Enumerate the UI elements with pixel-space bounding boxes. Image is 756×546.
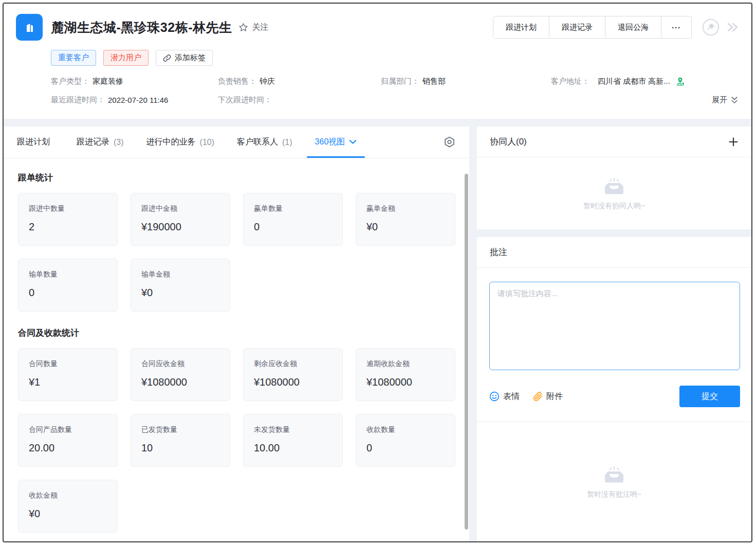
chevron-down-icon [349,139,357,145]
stat-value: 0 [254,221,332,233]
tab-label: 进行中的业务 [146,137,196,148]
tab-customer-contacts[interactable]: 客户联系人(1) [237,137,292,148]
stat-label: 输单数量 [29,270,107,279]
stat-value: 10 [141,442,219,454]
follow-plan-button[interactable]: 跟进计划 [493,16,549,38]
comment-toolbar: 表情 附件 提交 [489,386,740,407]
stat-value: ¥0 [29,508,107,520]
stat-label: 剩余应收金额 [254,359,332,369]
plus-icon [728,137,739,147]
stat-card: 赢单金额 ¥0 [356,193,455,246]
add-collaborator-button[interactable] [728,137,739,147]
stat-value: ¥0 [366,221,445,233]
field-label: 最近跟进时间： [51,95,105,105]
tab-ongoing-business[interactable]: 进行中的业务(10) [146,137,214,148]
stat-card: 合同应收金额 ¥1080000 [131,348,230,401]
stat-value: 0 [366,442,445,454]
tab-settings-button[interactable] [443,136,456,149]
stat-card: 赢单数量 0 [243,193,343,246]
stat-card: 跟进中数量 2 [18,193,118,246]
stat-label: 合同产品数量 [29,425,107,434]
stat-value: ¥0 [141,287,219,299]
building-icon [22,20,36,34]
pin-icon[interactable] [702,19,720,36]
stat-card: 输单数量 0 [18,259,118,312]
stat-label: 逾期收款金额 [366,359,445,369]
tab-label: 跟进记录 [77,137,109,148]
tag-potential-user[interactable]: 潜力用户 [103,50,149,66]
follow-label: 关注 [252,22,268,33]
stat-card: 逾期收款金额 ¥1080000 [356,348,455,401]
comments-card: 批注 表情 [477,237,751,541]
stat-card: 未发货数量 10.00 [243,414,343,467]
tab-count: (1) [282,138,292,147]
more-actions-button[interactable]: ··· [661,16,691,38]
paperclip-icon [533,392,543,402]
comments-empty-text: 暂时没有批注哟~ [587,490,641,499]
stat-label: 已发货数量 [141,425,219,434]
stat-value: 0 [29,287,107,299]
stat-card: 合同数量 ¥1 [18,348,118,401]
tag-important-customer[interactable]: 重要客户 [51,50,96,66]
field-value: 钟庆 [260,77,275,86]
collaborators-empty-state: 暂时没有协同人哟~ [477,157,751,229]
tab-count: (10) [200,138,214,147]
attachment-label: 附件 [546,391,563,402]
field-label: 归属部门： [381,77,419,86]
stat-value: ¥1 [29,376,107,388]
scrollbar[interactable] [465,174,468,530]
empty-inbox-icon [602,465,626,484]
stat-value: 10.00 [254,442,332,454]
contract-stats-grid: 合同数量 ¥1 合同应收金额 ¥1080000 剩余应收金额 ¥1080000 … [18,348,456,533]
field-value: 销售部 [422,77,446,86]
emoji-label: 表情 [503,391,520,402]
stat-label: 合同应收金额 [141,359,219,369]
stat-card: 合同产品数量 20.00 [18,414,118,467]
stat-label: 输单金额 [141,270,219,279]
tab-label: 客户联系人 [237,137,278,148]
customer-header: 麓湖生态城-黑珍珠32栋-林先生 关注 跟进计划 跟进记录 退回公海 ··· [4,4,751,119]
header-action-group: 跟进计划 跟进记录 退回公海 ··· [493,16,692,39]
main-panel: 跟进计划 跟进记录(3) 进行中的业务(10) 客户联系人(1) 360视图 [4,126,469,541]
section-title-follow-stats: 跟单统计 [18,172,456,184]
follow-stats-grid: 跟进中数量 2 跟进中金额 ¥190000 赢单数量 0 赢单金额 ¥0 [18,193,456,312]
collaborators-empty-text: 暂时没有协同人哟~ [583,202,645,211]
collapse-right-icon[interactable] [726,22,739,33]
emoji-button[interactable]: 表情 [489,391,520,402]
field-last-follow-time: 最近跟进时间： 2022-07-20 11:46 [51,95,218,105]
section-title-contract-stats: 合同及收款统计 [18,327,456,339]
stat-value: ¥1080000 [254,376,332,388]
customer-avatar [16,14,43,41]
stat-label: 赢单金额 [366,204,445,213]
field-value: 四川省 成都市 高新... [598,77,670,86]
stat-label: 跟进中金额 [141,204,219,213]
field-label: 客户类型： [51,77,89,86]
return-public-sea-button[interactable]: 退回公海 [605,16,661,38]
submit-comment-button[interactable]: 提交 [679,386,740,407]
smiley-icon [489,391,500,402]
map-pin-icon[interactable] [675,77,685,86]
tab-follow-plan[interactable]: 跟进计划 [17,137,54,148]
expand-label: 展开 [712,95,727,105]
stat-value: 20.00 [29,442,107,454]
link-icon [163,54,171,62]
comments-empty-state: 暂时没有批注哟~ [477,422,751,541]
field-customer-type: 客户类型： 家庭装修 [51,77,218,86]
add-tag-button[interactable]: 添加标签 [156,50,213,66]
expand-button[interactable]: 展开 [712,95,739,105]
empty-inbox-icon [602,176,626,196]
stat-value: ¥190000 [141,221,219,233]
tab-360-view[interactable]: 360视图 [315,137,357,148]
tab-count: (3) [114,138,124,147]
comment-input[interactable] [489,282,740,370]
follow-record-button[interactable]: 跟进记录 [549,16,605,38]
follow-button[interactable]: 关注 [238,22,268,33]
page-title: 麓湖生态城-黑珍珠32栋-林先生 [51,19,232,36]
tab-follow-record[interactable]: 跟进记录(3) [77,137,124,148]
field-sales-owner: 负责销售： 钟庆 [218,77,381,86]
field-department: 归属部门： 销售部 [381,77,551,86]
collaborators-card: 协同人(0) [477,126,751,229]
stat-label: 合同数量 [29,359,107,369]
field-next-follow-time: 下次跟进时间： [218,95,275,105]
attachment-button[interactable]: 附件 [533,391,563,402]
